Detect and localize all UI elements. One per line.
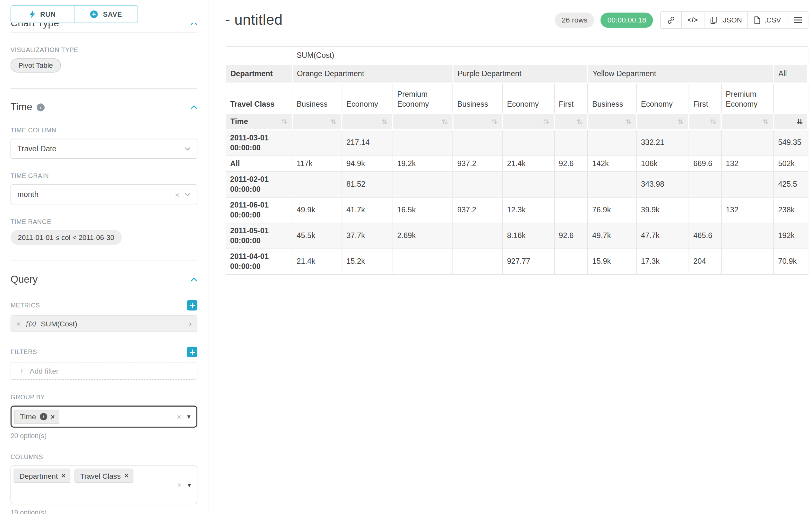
sort-icon[interactable] xyxy=(709,118,716,125)
caret-down-icon[interactable]: ▾ xyxy=(187,413,191,420)
copy-link-button[interactable] xyxy=(661,11,682,29)
sort-icon[interactable] xyxy=(381,118,388,125)
pivot-value-cell xyxy=(689,171,721,197)
pivot-sort-header[interactable] xyxy=(588,113,636,130)
chevron-right-icon[interactable]: › xyxy=(189,319,192,328)
pivot-value-cell: 16.5k xyxy=(393,197,453,223)
export-json-button[interactable]: .JSON xyxy=(704,11,749,29)
run-button-label: RUN xyxy=(40,10,56,18)
pivot-value-cell xyxy=(554,249,588,274)
remove-icon[interactable]: × xyxy=(124,472,128,480)
pivot-group-header: All xyxy=(774,64,808,83)
sort-desc-icon[interactable] xyxy=(796,118,803,125)
sort-icon[interactable] xyxy=(491,118,498,125)
visualization-type-text: Pivot Table xyxy=(18,61,53,70)
menu-button[interactable] xyxy=(787,11,808,29)
caret-down-icon[interactable]: ▾ xyxy=(188,482,191,488)
pivot-value-cell: 132 xyxy=(721,197,774,223)
sort-icon[interactable] xyxy=(441,118,448,125)
collapse-chevron-icon[interactable] xyxy=(191,277,197,281)
time-range-value[interactable]: 2011-01-01 ≤ col < 2011-06-30 xyxy=(10,230,122,245)
pivot-column-dimension-label: Department xyxy=(226,64,292,83)
sort-icon[interactable] xyxy=(281,118,287,125)
remove-icon[interactable]: × xyxy=(62,472,65,480)
add-filter-plus-button[interactable] xyxy=(187,347,197,357)
pivot-sort-header[interactable] xyxy=(342,113,393,130)
remove-icon[interactable]: × xyxy=(51,413,55,421)
pivot-row-label: 2011-02-01 00:00:00 xyxy=(226,171,292,197)
pivot-column-header: Premium Economy xyxy=(393,83,453,113)
chart-header-actions: 26 rows 00:00:00.18 </> xyxy=(555,11,809,29)
remove-icon[interactable]: × xyxy=(17,319,21,328)
pivot-group-row: DepartmentOrange DepartmentPurple Depart… xyxy=(226,64,808,83)
pivot-sort-header[interactable] xyxy=(721,113,774,130)
time-section-header: Time i xyxy=(10,102,197,113)
column-info-icon[interactable]: i xyxy=(40,413,47,420)
columns-chip[interactable]: Travel Class × xyxy=(75,469,133,483)
save-button-label: SAVE xyxy=(103,10,122,18)
visualization-type-value[interactable]: Pivot Table xyxy=(10,58,61,73)
pivot-row-header-label: Travel Class xyxy=(226,83,292,113)
bolt-icon xyxy=(29,10,36,18)
pivot-sort-header[interactable] xyxy=(393,113,453,130)
action-bar: RUN SAVE xyxy=(10,0,197,23)
control-panel: RUN SAVE Chart Type VISUALIZATION TYPE P… xyxy=(0,0,208,514)
pivot-value-cell xyxy=(588,130,636,156)
pivot-row-axis-header[interactable]: Time xyxy=(226,113,292,130)
columns-select[interactable]: Department × Travel Class × × ▾ xyxy=(10,465,197,504)
add-metric-button[interactable] xyxy=(187,300,197,310)
export-csv-button[interactable]: .CSV xyxy=(748,11,787,29)
pivot-data-row: 2011-03-01 00:00:00217.14332.21549.35 xyxy=(226,130,808,156)
info-icon[interactable]: i xyxy=(37,103,45,111)
pivot-value-cell: 92.6 xyxy=(554,223,588,248)
collapse-chevron-icon[interactable] xyxy=(191,105,197,109)
pivot-column-header: First xyxy=(689,83,721,113)
file-icon xyxy=(754,16,761,24)
sort-icon[interactable] xyxy=(762,118,769,125)
pivot-value-cell xyxy=(588,171,636,197)
function-icon: ƒ(x) xyxy=(25,320,36,327)
pivot-sort-header[interactable] xyxy=(554,113,588,130)
chart-title[interactable]: - untitled xyxy=(225,11,283,28)
metric-chip[interactable]: × ƒ(x) SUM(Cost) › xyxy=(10,315,197,332)
pivot-value-cell: 238k xyxy=(774,197,808,223)
sort-icon[interactable] xyxy=(677,118,684,125)
sort-icon[interactable] xyxy=(330,118,337,125)
pivot-sort-header[interactable] xyxy=(292,113,342,130)
pivot-column-row: Travel ClassBusinessEconomyPremium Econo… xyxy=(226,83,808,113)
pivot-value-cell xyxy=(721,171,774,197)
sort-icon[interactable] xyxy=(543,118,549,125)
pivot-value-cell: 76.9k xyxy=(588,197,636,223)
columns-chip[interactable]: Department × xyxy=(14,469,70,483)
columns-label: COLUMNS xyxy=(10,453,197,461)
pivot-value-cell: 669.6 xyxy=(689,156,721,171)
pivot-row-label: 2011-03-01 00:00:00 xyxy=(226,130,292,156)
metrics-label-row: METRICS xyxy=(10,300,197,310)
pivot-row-label: 2011-04-01 00:00:00 xyxy=(226,249,292,274)
pivot-sort-header[interactable] xyxy=(689,113,721,130)
pivot-value-cell: 132 xyxy=(721,156,774,171)
group-by-chip[interactable]: Time i × xyxy=(14,410,59,424)
group-by-chip-label: Time xyxy=(20,412,36,421)
pivot-value-cell: 70.9k xyxy=(774,249,808,274)
add-filter-button[interactable]: + Add filter xyxy=(10,362,197,380)
save-button[interactable]: SAVE xyxy=(74,5,138,23)
clear-icon[interactable]: × xyxy=(177,481,182,489)
time-grain-select[interactable]: month × xyxy=(10,184,197,204)
pivot-sort-header[interactable] xyxy=(774,113,808,130)
group-by-select[interactable]: Time i × × ▾ xyxy=(10,406,197,428)
pivot-sort-header[interactable] xyxy=(453,113,502,130)
row-count-badge: 26 rows xyxy=(555,12,594,27)
pivot-sort-header[interactable] xyxy=(502,113,554,130)
sort-icon[interactable] xyxy=(576,118,583,125)
pivot-value-cell xyxy=(453,223,502,248)
clear-icon[interactable]: × xyxy=(175,190,179,198)
run-button[interactable]: RUN xyxy=(10,5,75,23)
embed-code-button[interactable]: </> xyxy=(682,11,704,29)
sort-icon[interactable] xyxy=(625,118,632,125)
time-column-select[interactable]: Travel Date xyxy=(10,139,197,159)
pivot-value-cell: 15.2k xyxy=(342,249,393,274)
pivot-value-cell: 343.98 xyxy=(636,171,689,197)
clear-icon[interactable]: × xyxy=(177,413,181,421)
pivot-sort-header[interactable] xyxy=(636,113,689,130)
